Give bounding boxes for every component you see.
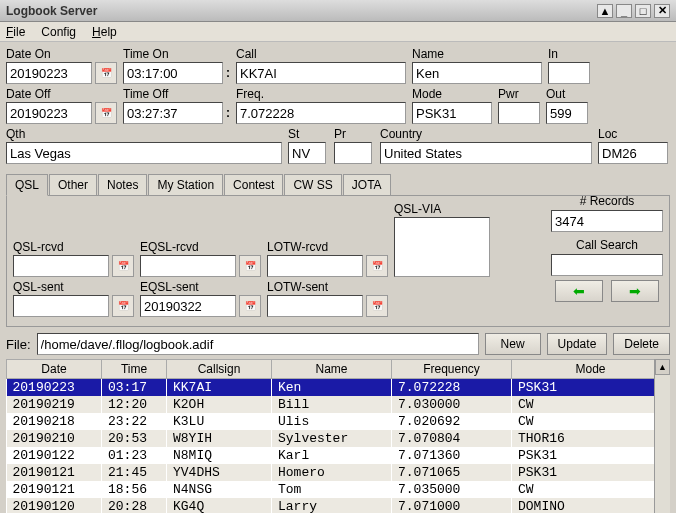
country-input[interactable]: [380, 142, 592, 164]
records-count: [551, 210, 663, 232]
eqsl-rcvd-cal-icon[interactable]: 📅: [239, 255, 261, 277]
name-input[interactable]: [412, 62, 542, 84]
timeon-label: Time On: [123, 47, 223, 61]
file-label: File:: [6, 337, 31, 352]
qsl-via-input[interactable]: [394, 217, 490, 277]
table-row[interactable]: 2019012201:23N8MIQKarl7.071360PSK31: [7, 447, 670, 464]
qsl-sent-cal-icon[interactable]: 📅: [112, 295, 134, 317]
log-table: Date Time Callsign Name Frequency Mode 2…: [6, 359, 670, 513]
log-table-wrap: Date Time Callsign Name Frequency Mode 2…: [6, 359, 670, 513]
mode-input[interactable]: [412, 102, 492, 124]
st-label: St: [288, 127, 328, 141]
menu-config[interactable]: Config: [41, 25, 76, 39]
close-button[interactable]: ✕: [654, 4, 670, 18]
dateoff-label: Date Off: [6, 87, 92, 101]
table-scrollbar[interactable]: ▲: [654, 359, 670, 513]
maximize-button[interactable]: □: [635, 4, 651, 18]
lotw-rcvd-input[interactable]: [267, 255, 363, 277]
tab-mystation[interactable]: My Station: [148, 174, 223, 196]
pwr-label: Pwr: [498, 87, 540, 101]
qsl-rcvd-label: QSL-rcvd: [13, 240, 109, 254]
col-frequency[interactable]: Frequency: [392, 360, 512, 379]
dateon-label: Date On: [6, 47, 92, 61]
table-row[interactable]: 2019022303:17KK7AIKen7.072228PSK31: [7, 379, 670, 397]
dateoff-input[interactable]: [6, 102, 92, 124]
eqsl-sent-cal-icon[interactable]: 📅: [239, 295, 261, 317]
table-row[interactable]: 2019021020:53W8YIHSylvester7.070804THOR1…: [7, 430, 670, 447]
tab-other[interactable]: Other: [49, 174, 97, 196]
minimize-button[interactable]: _: [616, 4, 632, 18]
qth-input[interactable]: [6, 142, 282, 164]
file-path-input[interactable]: [37, 333, 479, 355]
eqsl-sent-input[interactable]: [140, 295, 236, 317]
call-input[interactable]: [236, 62, 406, 84]
scroll-up-icon[interactable]: ▲: [655, 359, 670, 375]
loc-label: Loc: [598, 127, 670, 141]
table-row[interactable]: 2019012121:45YV4DHSHomero7.071065PSK31: [7, 464, 670, 481]
col-time[interactable]: Time: [102, 360, 167, 379]
in-label: In: [548, 47, 590, 61]
out-label: Out: [546, 87, 588, 101]
lotw-rcvd-cal-icon[interactable]: 📅: [366, 255, 388, 277]
tab-contest[interactable]: Contest: [224, 174, 283, 196]
rollup-button[interactable]: ▲: [597, 4, 613, 18]
timeoff-input[interactable]: [123, 102, 223, 124]
call-label: Call: [236, 47, 406, 61]
qsl-sent-label: QSL-sent: [13, 280, 109, 294]
col-date[interactable]: Date: [7, 360, 102, 379]
eqsl-rcvd-input[interactable]: [140, 255, 236, 277]
col-name[interactable]: Name: [272, 360, 392, 379]
st-input[interactable]: [288, 142, 326, 164]
records-label: # Records: [551, 194, 663, 208]
callsearch-input[interactable]: [551, 254, 663, 276]
lotw-rcvd-label: LOTW-rcvd: [267, 240, 363, 254]
dateon-input[interactable]: [6, 62, 92, 84]
loc-input[interactable]: [598, 142, 668, 164]
tab-cwss[interactable]: CW SS: [284, 174, 341, 196]
table-row[interactable]: 2019012020:28KG4QLarry7.071000DOMINO: [7, 498, 670, 513]
delete-button[interactable]: Delete: [613, 333, 670, 355]
freq-input[interactable]: [236, 102, 406, 124]
pwr-input[interactable]: [498, 102, 540, 124]
window-title: Logbook Server: [6, 4, 97, 18]
qsl-rcvd-input[interactable]: [13, 255, 109, 277]
lotw-sent-input[interactable]: [267, 295, 363, 317]
tab-panel: QSL-rcvd 📅 EQSL-rcvd 📅 LOTW-rcvd 📅 QSL-V…: [6, 195, 670, 327]
pr-input[interactable]: [334, 142, 372, 164]
qsl-sent-input[interactable]: [13, 295, 109, 317]
timeon-input[interactable]: [123, 62, 223, 84]
callsearch-label: Call Search: [551, 238, 663, 252]
tab-jota[interactable]: JOTA: [343, 174, 391, 196]
freq-label: Freq.: [236, 87, 406, 101]
tabs: QSL Other Notes My Station Contest CW SS…: [6, 173, 392, 195]
col-mode[interactable]: Mode: [512, 360, 670, 379]
pr-label: Pr: [334, 127, 374, 141]
menu-help[interactable]: Help: [92, 25, 117, 39]
timeoff-label: Time Off: [123, 87, 223, 101]
table-row[interactable]: 2019021823:22K3LUUlis7.020692CW: [7, 413, 670, 430]
out-input[interactable]: [546, 102, 588, 124]
table-row[interactable]: 2019012118:56N4NSGTom7.035000CW: [7, 481, 670, 498]
mode-label: Mode: [412, 87, 492, 101]
col-callsign[interactable]: Callsign: [167, 360, 272, 379]
eqsl-rcvd-label: EQSL-rcvd: [140, 240, 236, 254]
new-button[interactable]: New: [485, 333, 541, 355]
titlebar: Logbook Server ▲ _ □ ✕: [0, 0, 676, 22]
tab-notes[interactable]: Notes: [98, 174, 147, 196]
menu-file[interactable]: File: [6, 25, 25, 39]
lotw-sent-cal-icon[interactable]: 📅: [366, 295, 388, 317]
next-button[interactable]: ➡: [611, 280, 659, 302]
table-row[interactable]: 2019021912:20K2OHBill7.030000CW: [7, 396, 670, 413]
prev-button[interactable]: ⬅: [555, 280, 603, 302]
country-label: Country: [380, 127, 592, 141]
menubar: File Config Help: [0, 22, 676, 42]
qth-label: Qth: [6, 127, 282, 141]
update-button[interactable]: Update: [547, 333, 608, 355]
dateon-cal-icon[interactable]: 📅: [95, 62, 117, 84]
tab-qsl[interactable]: QSL: [6, 174, 48, 196]
dateoff-cal-icon[interactable]: 📅: [95, 102, 117, 124]
lotw-sent-label: LOTW-sent: [267, 280, 363, 294]
in-input[interactable]: [548, 62, 590, 84]
qsl-rcvd-cal-icon[interactable]: 📅: [112, 255, 134, 277]
eqsl-sent-label: EQSL-sent: [140, 280, 236, 294]
